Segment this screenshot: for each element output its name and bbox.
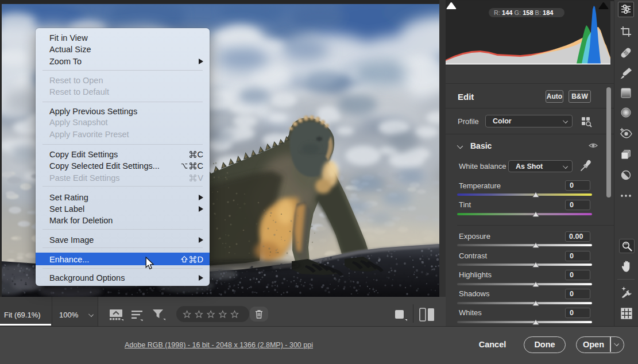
svg-text:R: 144 G: 158 B: 184: R: 144 G: 158 B: 184 [494,9,554,16]
